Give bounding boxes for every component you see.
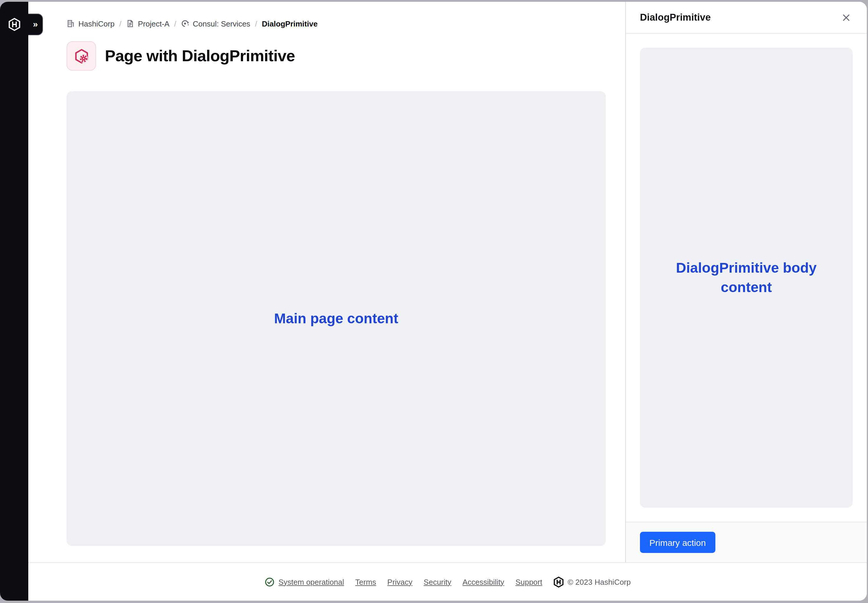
main-content-placeholder: Main page content [67,91,606,546]
primary-action-button[interactable]: Primary action [640,532,715,553]
breadcrumb-item-consul-services[interactable]: Consul: Services [181,19,250,28]
footer-link-support[interactable]: Support [515,577,542,586]
breadcrumb-item-hashicorp[interactable]: HashiCorp [67,19,115,28]
chevrons-right-icon: » [33,19,38,29]
document-icon [126,19,134,28]
consul-icon [181,19,189,28]
sidebar-expand-button[interactable]: » [28,14,43,36]
breadcrumb-label: HashiCorp [78,19,115,28]
copyright-text: © 2023 HashiCorp [567,577,631,586]
hashicorp-logo-icon[interactable] [8,18,20,31]
app-footer: System operational Terms Privacy Securit… [28,562,867,601]
breadcrumb-separator: / [174,19,176,28]
breadcrumb-label: Project-A [138,19,169,28]
breadcrumb-label: Consul: Services [193,19,250,28]
viewport: » Ha [0,0,868,603]
footer-link-security[interactable]: Security [424,577,451,586]
dialog-primitive-panel: DialogPrimitive DialogPrimitive body con… [625,2,867,562]
page-title: Page with DialogPrimitive [105,47,295,65]
footer-link-privacy[interactable]: Privacy [388,577,412,586]
dialog-footer: Primary action [626,522,867,562]
footer-links-row: System operational Terms Privacy Securit… [264,576,631,588]
frame-right: HashiCorp / Project-A [28,2,867,601]
system-status-link[interactable]: System operational [264,577,344,587]
close-icon [842,13,850,22]
dialog-title: DialogPrimitive [640,12,711,23]
hashicorp-logo-icon [553,576,564,588]
frame-upper: HashiCorp / Project-A [28,2,867,562]
page-header: Page with DialogPrimitive [67,41,606,71]
main-placeholder-text: Main page content [274,309,398,328]
status-check-icon [264,577,274,587]
dialog-header: DialogPrimitive [626,2,867,34]
breadcrumb-separator: / [119,19,121,28]
dialog-close-button[interactable] [840,11,852,24]
dialog-body-placeholder: DialogPrimitive body content [640,48,852,508]
breadcrumb-label: DialogPrimitive [262,19,318,28]
nav-rail [0,2,28,601]
hexagon-gear-icon [67,41,96,71]
breadcrumb-item-project[interactable]: Project-A [126,19,169,28]
footer-link-accessibility[interactable]: Accessibility [463,577,504,586]
footer-copyright: © 2023 HashiCorp [553,576,631,588]
dialog-body-text: DialogPrimitive body content [673,258,820,297]
org-building-icon [67,19,75,28]
breadcrumb-separator: / [255,19,257,28]
breadcrumb-item-current: DialogPrimitive [262,19,318,28]
dialog-body: DialogPrimitive body content [626,34,867,522]
app-frame: » Ha [0,2,867,601]
breadcrumb: HashiCorp / Project-A [67,18,606,29]
footer-link-terms[interactable]: Terms [355,577,376,586]
main-column: HashiCorp / Project-A [28,2,625,562]
status-label: System operational [278,577,344,586]
